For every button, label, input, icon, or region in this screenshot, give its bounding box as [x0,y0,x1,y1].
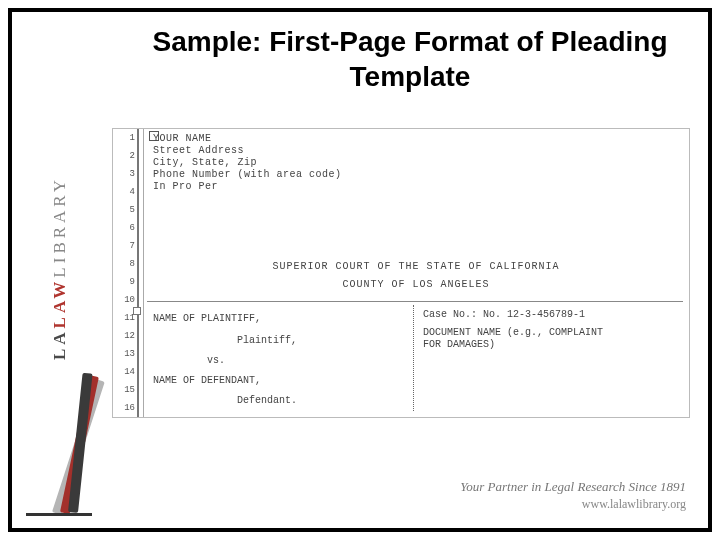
line-num: 16 [113,403,135,413]
slide-footer: Your Partner in Legal Research Since 189… [460,479,686,512]
brand-library: LIBRARY [50,176,69,278]
caption-horizontal-divider [147,301,683,302]
brand-law: LAW [50,278,69,329]
line-num: 11 [113,313,135,323]
footer-tagline: Your Partner in Legal Research Since 189… [460,479,686,495]
court-name-line1: SUPERIOR COURT OF THE STATE OF CALIFORNI… [147,261,685,272]
slide-frame: Sample: First-Page Format of Pleading Te… [8,8,712,532]
brand-wordmark-vertical: LALAWLIBRARY [50,140,70,360]
line-num: 5 [113,205,135,215]
selection-handle [133,307,141,315]
caption-vertical-dotted-divider [413,305,414,411]
case-number: Case No.: No. 12-3-456789-1 [423,309,585,320]
line-num: 2 [113,151,135,161]
defendant-name: NAME OF DEFENDANT, [153,375,261,386]
doc-name-l1: DOCUMENT NAME (e.g., COMPLAINT [423,327,603,338]
double-rule [143,129,144,417]
line-num: 13 [113,349,135,359]
line-num: 15 [113,385,135,395]
line-num: 12 [113,331,135,341]
vs-label: vs. [207,355,225,366]
line-num: 10 [113,295,135,305]
pleading-body: YOUR NAME Street Address City, State, Zi… [147,129,685,417]
plaintiff-name: NAME OF PLAINTIFF, [153,313,261,324]
brand-la: LA [50,328,69,360]
line-num: 14 [113,367,135,377]
party-name: YOUR NAME [153,133,212,144]
party-street: Street Address [153,145,244,156]
logo-stripe-black [68,373,93,513]
pro-per-line: In Pro Per [153,181,218,192]
line-number-gutter: 1 2 3 4 5 6 7 8 9 10 11 12 13 14 15 16 [113,129,139,417]
footer-url: www.lalawlibrary.org [460,497,686,512]
logo-underline [26,513,92,516]
party-phone: Phone Number (with area code) [153,169,342,180]
line-num: 3 [113,169,135,179]
court-name-line2: COUNTY OF LOS ANGELES [147,279,685,290]
line-num: 1 [113,133,135,143]
line-num: 4 [113,187,135,197]
plaintiff-role: Plaintiff, [237,335,297,346]
line-num: 9 [113,277,135,287]
brand-logo-icon [30,372,90,522]
party-city-state: City, State, Zip [153,157,257,168]
line-num: 8 [113,259,135,269]
line-num: 6 [113,223,135,233]
defendant-role: Defendant. [237,395,297,406]
doc-name-l2: FOR DAMAGES) [423,339,495,350]
pleading-template-screenshot: 1 2 3 4 5 6 7 8 9 10 11 12 13 14 15 16 Y… [112,128,690,418]
line-num: 7 [113,241,135,251]
slide-title: Sample: First-Page Format of Pleading Te… [132,24,688,94]
